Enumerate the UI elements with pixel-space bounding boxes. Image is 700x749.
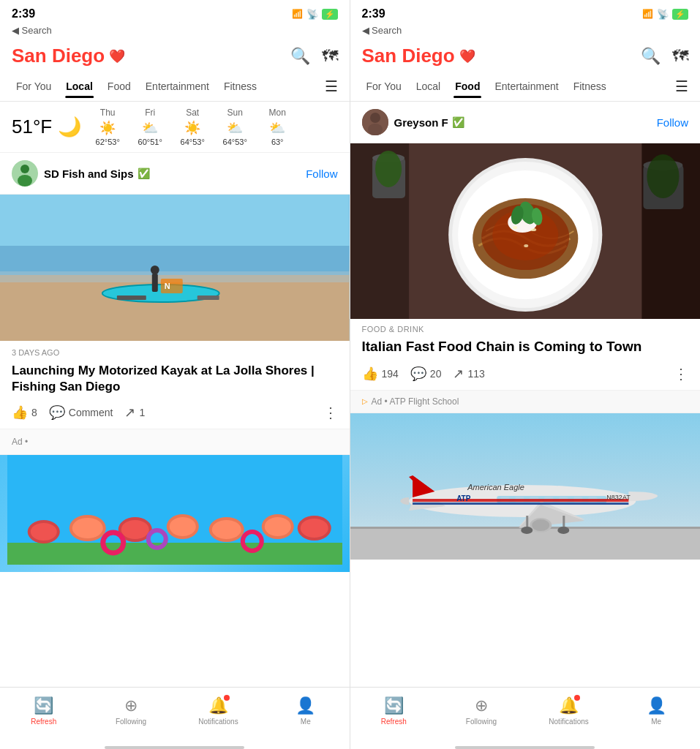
more-button-right[interactable]: ⋮ [674, 365, 688, 383]
city-actions-left: 🔍 🗺 [290, 47, 338, 66]
follow-button-right[interactable]: Follow [657, 116, 688, 129]
verified-icon-left: ✅ [138, 168, 150, 179]
city-name-left[interactable]: San Diego ❤️ [12, 45, 125, 67]
like-count-left: 8 [31, 407, 37, 418]
city-header-right: San Diego ❤️ 🔍 🗺 [350, 40, 701, 72]
tab-food-left[interactable]: Food [100, 75, 138, 98]
pasta-image-right [350, 143, 701, 319]
ad-triangle-icon: ▷ [362, 397, 368, 405]
svg-point-22 [121, 520, 149, 539]
right-phone-panel: 2:39 📶 📡 ⚡ ◀ Search San Diego ❤️ 🔍 🗺 For… [350, 0, 701, 749]
time-left: 2:39 [12, 7, 35, 20]
svg-rect-12 [197, 296, 219, 300]
city-actions-right: 🔍 🗺 [641, 47, 688, 66]
nav-following-right[interactable]: ⊕ Following [437, 693, 525, 729]
wifi-icon: 📡 [306, 9, 318, 20]
battery-icon-right: ⚡ [672, 9, 688, 20]
article-title-right[interactable]: Italian Fast Food Chain is Coming to Tow… [350, 335, 701, 362]
svg-text:ATP: ATP [456, 494, 471, 503]
more-button-left[interactable]: ⋮ [323, 404, 338, 421]
wifi-icon-right: 📡 [657, 9, 669, 20]
svg-rect-73 [413, 503, 628, 505]
svg-point-10 [151, 266, 159, 274]
svg-point-33 [301, 519, 328, 538]
back-button-left[interactable]: ◀ Search [0, 23, 350, 40]
tab-fitness-right[interactable]: Fitness [566, 75, 614, 98]
svg-point-20 [72, 518, 103, 538]
tabs-menu-right[interactable]: ☰ [672, 72, 691, 101]
back-button-right[interactable]: ◀ Search [350, 23, 701, 40]
me-icon-left: 👤 [296, 696, 315, 715]
tab-local-right[interactable]: Local [409, 75, 448, 98]
weather-current-left: 51°F 🌙 [12, 116, 81, 138]
like-button-right[interactable]: 👍 194 [362, 366, 399, 382]
forecast-thu: Thu ☀️ 62°53° [90, 108, 125, 146]
svg-point-2 [18, 175, 32, 187]
svg-point-81 [521, 527, 532, 534]
nav-refresh-right[interactable]: 🔄 Refresh [350, 693, 438, 729]
author-row-left: SD Fish and Sips ✅ Follow [0, 153, 350, 195]
nav-following-left[interactable]: ⊕ Following [87, 693, 174, 729]
current-weather-icon: 🌙 [58, 116, 81, 138]
comment-icon-right: 💬 [410, 366, 426, 382]
comment-button-right[interactable]: 💬 20 [410, 366, 442, 382]
following-label-right: Following [466, 718, 497, 726]
tabs-left: For You Local Food Entertainment Fitness… [0, 72, 350, 102]
notifications-label-right: Notifications [549, 718, 588, 726]
forecast-fri: Fri ⛅ 60°51° [132, 108, 168, 146]
comment-count-right: 20 [430, 368, 442, 380]
city-name-right[interactable]: San Diego ❤️ [362, 45, 475, 67]
author-name-right: Greyson F ✅ [394, 116, 657, 129]
map-button-left[interactable]: 🗺 [322, 47, 338, 66]
tabs-menu-left[interactable]: ☰ [322, 72, 341, 101]
share-icon-left: ↗ [124, 404, 135, 421]
nav-notifications-left[interactable]: 🔔 Notifications [175, 693, 262, 729]
share-button-right[interactable]: ↗ 113 [453, 366, 484, 382]
map-button-right[interactable]: 🗺 [672, 47, 688, 66]
svg-point-82 [557, 527, 569, 534]
comment-icon-left: 💬 [49, 404, 65, 421]
tab-for-you-right[interactable]: For You [359, 75, 409, 98]
svg-point-56 [375, 151, 402, 187]
author-row-right: Greyson F ✅ Follow [350, 102, 701, 143]
comment-label-left: Comment [69, 407, 113, 418]
share-count-left: 1 [139, 407, 145, 418]
ad-image-left [0, 455, 350, 572]
share-button-left[interactable]: ↗ 1 [124, 404, 145, 421]
tab-local-left[interactable]: Local [59, 75, 100, 98]
search-button-left[interactable]: 🔍 [290, 47, 310, 66]
ad-label-left: Ad • [12, 437, 28, 447]
nav-refresh-left[interactable]: 🔄 Refresh [0, 693, 87, 729]
airplane-image-right: ATP N832AT American Eagle [350, 413, 701, 560]
city-header-left: San Diego ❤️ 🔍 🗺 [0, 40, 350, 72]
author-avatar-right [362, 109, 388, 135]
svg-point-59 [647, 154, 679, 198]
nav-me-left[interactable]: 👤 Me [262, 693, 349, 729]
search-button-right[interactable]: 🔍 [641, 47, 661, 66]
tab-entertainment-left[interactable]: Entertainment [138, 75, 217, 98]
article-title-left[interactable]: Launching My Motorized Kayak at La Jolla… [0, 360, 350, 401]
comment-button-left[interactable]: 💬 Comment [49, 404, 113, 421]
article-category-right: FOOD & DRINK [350, 319, 701, 335]
city-dropdown-icon-right[interactable]: ❤️ [459, 48, 475, 64]
tab-food-right[interactable]: Food [448, 75, 487, 98]
follow-button-left[interactable]: Follow [306, 168, 337, 180]
author-name-left: SD Fish and Sips ✅ [44, 168, 306, 180]
nav-notifications-right[interactable]: 🔔 Notifications [525, 693, 613, 729]
tab-entertainment-right[interactable]: Entertainment [487, 75, 565, 98]
nav-me-right[interactable]: 👤 Me [612, 693, 700, 729]
ad-row-right: ▷ Ad • ATP Flight School [350, 391, 701, 413]
current-temp: 51°F [12, 116, 52, 138]
svg-point-31 [265, 517, 291, 536]
article-actions-right: 👍 194 💬 20 ↗ 113 ⋮ [350, 362, 701, 391]
like-button-left[interactable]: 👍 8 [12, 404, 37, 421]
svg-rect-16 [7, 543, 342, 565]
tab-for-you-left[interactable]: For You [9, 75, 59, 98]
verified-icon-right: ✅ [452, 116, 464, 128]
svg-point-28 [212, 520, 241, 539]
forecast-mon: Mon ⛅ 63° [260, 108, 295, 146]
like-icon-right: 👍 [362, 366, 378, 382]
tab-fitness-left[interactable]: Fitness [217, 75, 264, 98]
svg-point-52 [513, 226, 517, 229]
city-dropdown-icon[interactable]: ❤️ [109, 48, 125, 64]
